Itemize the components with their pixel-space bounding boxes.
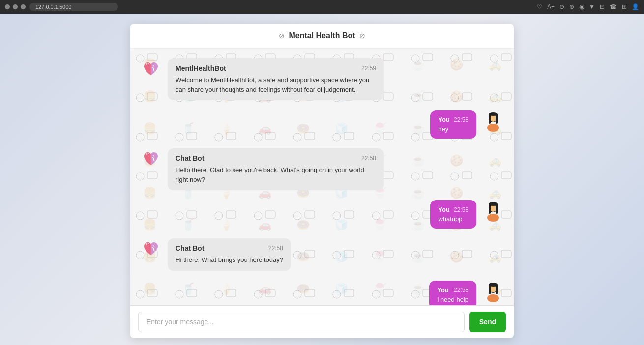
send-button[interactable]: Send: [469, 312, 506, 332]
bot-bubble-header: Chat Bot 22:58: [176, 154, 376, 162]
message-time: 22:58: [268, 245, 283, 252]
user-message-time: 22:58: [454, 116, 468, 123]
main-area: ⊘ Mental Health Bot ⊘ 🍔🥤🍦🚗🍩🧊🍧☕🍪🚕🍔🥤🍦🚗🍩🧊🍧☕…: [0, 14, 644, 345]
browser-dot-1: [5, 4, 10, 9]
user-message-time: 22:58: [454, 206, 468, 213]
bot-name: Chat Bot: [176, 154, 204, 162]
user-name: You: [438, 206, 450, 213]
browser-url[interactable]: 127.0.0.1:5000: [29, 3, 118, 11]
browser-dot-3: [21, 4, 26, 9]
svg-point-19: [487, 294, 499, 302]
bot-bubble: MentlHealthBot 22:59 Welcome to MentlHea…: [168, 58, 384, 100]
bot-bubble-header: Chat Bot 22:58: [176, 244, 283, 252]
browser-icon-2: A+: [547, 3, 555, 10]
svg-point-12: [490, 205, 497, 212]
browser-icon-4: ⊕: [569, 3, 574, 10]
bot-bubble: Chat Bot 22:58 Hello there. Glad to see …: [168, 148, 384, 190]
chat-input-area: Send: [130, 305, 514, 338]
svg-point-3: [487, 124, 499, 132]
bot-bubble-header: MentlHealthBot 22:59: [176, 64, 376, 72]
svg-point-11: [487, 214, 499, 222]
browser-icon-6[interactable]: ▼: [589, 3, 595, 10]
bot-message-text: Welcome to MentlHealthBot, a safe and su…: [176, 75, 376, 94]
browser-bar: 127.0.0.1:5000 ♡ A+ ⊖ ⊕ ◉ ▼ ⊟ ☎ ⊞ 👤: [0, 0, 644, 14]
browser-icons: ♡ A+ ⊖ ⊕ ◉ ▼ ⊟ ☎ ⊞ 👤: [537, 3, 639, 10]
user-bubble-header: You 22:58: [437, 287, 468, 294]
message-input[interactable]: [138, 312, 465, 332]
browser-controls: [5, 4, 26, 9]
chat-window: ⊘ Mental Health Bot ⊘ 🍔🥤🍦🚗🍩🧊🍧☕🍪🚕🍔🥤🍦🚗🍩🧊🍧☕…: [130, 24, 514, 338]
svg-point-15: [489, 202, 498, 206]
header-left-icon: ⊘: [279, 32, 285, 40]
svg-point-23: [489, 283, 498, 287]
bot-bubble: Chat Bot 22:58 Hi there. What brings you…: [168, 238, 291, 271]
chat-messages-area[interactable]: 🍔🥤🍦🚗🍩🧊🍧☕🍪🚕🍔🥤🍦🚗🍩🧊🍧☕🍪🚕🍔🥤🍦🚗🍩🧊🍧☕🍪🚕🍔🥤🍦🚗🍩🧊🍧☕🍪🚕…: [130, 49, 514, 305]
browser-icon-1: ♡: [537, 3, 542, 10]
message-row: Chat Bot 22:58 Hi there. What brings you…: [140, 238, 504, 271]
browser-icon-5: ◉: [579, 3, 584, 10]
user-name: You: [437, 287, 449, 294]
messages-container: MentlHealthBot 22:59 Welcome to MentlHea…: [140, 58, 504, 305]
user-avatar: [482, 281, 504, 302]
user-bubble-header: You 22:58: [438, 116, 468, 123]
bot-message-text: Hello there. Glad to see you're back. Wh…: [176, 165, 376, 184]
user-message-text: i need help: [437, 296, 468, 303]
svg-point-7: [489, 112, 498, 116]
user-bubble: You 22:58 i need help: [429, 281, 476, 306]
user-name: You: [438, 116, 450, 123]
browser-icon-8: ☎: [610, 3, 617, 10]
user-message-text: hey: [438, 125, 468, 133]
bot-avatar: [140, 148, 162, 170]
user-bubble: You 22:58 whatupp: [430, 200, 476, 229]
message-row: You 22:58 i need help: [140, 281, 504, 306]
svg-point-20: [490, 286, 497, 292]
message-row: You 22:58 hey: [140, 110, 504, 139]
browser-icon-3: ⊖: [559, 3, 564, 10]
bot-name: MentlHealthBot: [176, 64, 226, 72]
message-time: 22:58: [361, 155, 376, 162]
message-time: 22:59: [361, 65, 376, 72]
bot-message-text: Hi there. What brings you here today?: [176, 255, 283, 265]
message-row: MentlHealthBot 22:59 Welcome to MentlHea…: [140, 58, 504, 100]
svg-point-4: [490, 115, 497, 122]
user-bubble-header: You 22:58: [438, 206, 468, 213]
user-bubble: You 22:58 hey: [430, 110, 476, 139]
header-right-icon: ⊘: [359, 32, 365, 40]
message-row: Chat Bot 22:58 Hello there. Glad to see …: [140, 148, 504, 190]
browser-dot-2: [13, 4, 18, 9]
browser-icon-9: ⊞: [622, 3, 627, 10]
user-avatar: [482, 110, 504, 132]
user-avatar: [482, 200, 504, 222]
chat-header: ⊘ Mental Health Bot ⊘: [130, 24, 514, 49]
browser-icon-7: ⊟: [600, 3, 605, 10]
bot-name: Chat Bot: [176, 244, 204, 252]
bot-avatar: [140, 58, 162, 80]
bot-avatar: [140, 238, 162, 260]
user-message-text: whatupp: [438, 215, 468, 223]
chat-title: Mental Health Bot: [289, 31, 355, 40]
user-message-time: 22:58: [454, 287, 468, 293]
browser-icon-10: 👤: [632, 3, 639, 10]
message-row: You 22:58 whatupp: [140, 200, 504, 229]
